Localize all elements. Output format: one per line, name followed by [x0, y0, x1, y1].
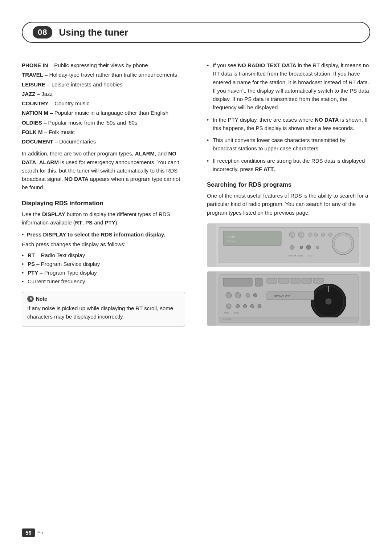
- item-oldies: OLDIES – Popular music from the '50s and…: [22, 118, 185, 127]
- svg-rect-25: [278, 278, 289, 283]
- tuner-panel-bottom: OPEN/CLOSE BAND TUNE PIONEER: [207, 272, 370, 325]
- display-item-pty: PTY – Program Type display: [22, 268, 185, 277]
- svg-rect-22: [223, 278, 252, 286]
- display-item-freq: Current tuner frequency: [22, 277, 185, 286]
- svg-text:SRC: SRC: [309, 255, 313, 257]
- svg-point-31: [246, 293, 250, 297]
- display-item-rt: RT – Radio Text display: [22, 251, 185, 260]
- svg-point-29: [226, 292, 232, 298]
- content-columns: PHONE IN – Public expressing their views…: [22, 61, 370, 330]
- item-nation-m: NATION M – Popular music in a language o…: [22, 109, 185, 117]
- chapter-header: 08 Using the tuner: [22, 22, 370, 43]
- svg-rect-27: [302, 278, 312, 283]
- alarm-text: In addition, there are two other program…: [22, 149, 185, 191]
- svg-point-32: [253, 293, 257, 297]
- svg-point-35: [243, 304, 247, 308]
- svg-point-5: [289, 232, 295, 238]
- svg-text:BAND: BAND: [224, 312, 229, 314]
- rds-note-1: If you see NO RADIO TEXT DATA in the RT …: [207, 61, 370, 112]
- each-press-text: Each press changes the display as follow…: [22, 240, 185, 248]
- item-travel: TRAVEL – Holiday-type travel rather than…: [22, 70, 185, 79]
- rds-note-3: This unit converts lower case characters…: [207, 136, 370, 153]
- item-phone-in: PHONE IN – Public expressing their views…: [22, 61, 185, 69]
- tuner-panel-top: TUNER 92.5 MHz: [207, 224, 370, 267]
- svg-point-34: [236, 304, 240, 308]
- svg-rect-26: [290, 278, 300, 283]
- right-column: If you see NO RADIO TEXT DATA in the RT …: [196, 61, 370, 330]
- chapter-title: Using the tuner: [59, 27, 128, 38]
- note-header: ✎ Note: [27, 296, 180, 302]
- svg-point-37: [258, 304, 261, 308]
- section-displaying-rds-heading: Displaying RDS information: [22, 200, 185, 207]
- svg-text:PIONEER: PIONEER: [223, 318, 232, 320]
- svg-point-6: [298, 232, 304, 238]
- section-searching-rds-heading: Searching for RDS programs: [207, 181, 370, 189]
- svg-text:DISPLAY: DISPLAY: [289, 255, 296, 257]
- note-icon: ✎: [27, 296, 34, 302]
- svg-point-16: [334, 235, 352, 252]
- svg-text:TUNER: TUNER: [227, 235, 236, 238]
- svg-point-7: [309, 233, 312, 236]
- item-country: COUNTRY – Country music: [22, 99, 185, 108]
- svg-rect-23: [255, 278, 262, 286]
- item-document: DOCUMENT – Documentaries: [22, 137, 185, 146]
- display-item-ps: PS – Program Service display: [22, 260, 185, 268]
- svg-point-10: [328, 233, 332, 236]
- rds-notes-list: If you see NO RADIO TEXT DATA in the RT …: [207, 61, 370, 173]
- item-leisure: LEISURE – Leisure interests and hobbies: [22, 80, 185, 89]
- note-text: If any noise is picked up while displayi…: [27, 304, 180, 321]
- page-container: 08 Using the tuner PHONE IN – Public exp…: [0, 0, 392, 555]
- svg-text:OPEN/CLOSE: OPEN/CLOSE: [274, 295, 291, 297]
- svg-text:MENU: MENU: [298, 255, 303, 257]
- svg-point-14: [316, 246, 319, 249]
- svg-rect-2: [223, 231, 281, 246]
- svg-point-30: [235, 292, 241, 298]
- item-jazz: JAZZ – Jazz: [22, 90, 185, 98]
- item-folk-m: FOLK M – Folk music: [22, 128, 185, 136]
- display-items-list: RT – Radio Text display PS – Program Ser…: [22, 251, 185, 286]
- svg-point-13: [306, 245, 311, 250]
- alarm-no-data-para: In addition, there are two other program…: [22, 149, 185, 191]
- rds-note-2: In the PTY display, there are cases wher…: [207, 116, 370, 133]
- note-label: Note: [36, 296, 47, 302]
- tuner-image-top: TUNER 92.5 MHz: [207, 223, 370, 267]
- svg-text:92.5 MHz: 92.5 MHz: [227, 240, 236, 242]
- press-display-instruction: • Press DISPLAY to select the RDS inform…: [22, 230, 185, 239]
- display-intro-text: Use the DISPLAY button to display the di…: [22, 210, 185, 227]
- svg-point-8: [314, 233, 318, 236]
- svg-point-9: [321, 233, 325, 236]
- svg-point-11: [290, 245, 294, 250]
- program-types-list: PHONE IN – Public expressing their views…: [22, 61, 185, 146]
- tuner-image-bottom: OPEN/CLOSE BAND TUNE PIONEER: [207, 271, 370, 326]
- svg-rect-24: [267, 278, 277, 283]
- svg-point-36: [250, 304, 254, 308]
- page-footer: 56 En: [22, 528, 43, 537]
- searching-rds-text: One of the most useful features of RDS i…: [207, 191, 370, 217]
- svg-point-33: [226, 304, 231, 309]
- page-language: En: [37, 530, 43, 535]
- note-box: ✎ Note If any noise is picked up while d…: [22, 292, 185, 327]
- svg-point-40: [326, 299, 331, 304]
- rds-note-4: If reception conditions are strong but t…: [207, 157, 370, 174]
- searching-rds-para: One of the most useful features of RDS i…: [207, 191, 370, 217]
- page-number: 56: [22, 528, 35, 537]
- svg-point-12: [300, 246, 303, 249]
- svg-rect-46: [219, 317, 358, 321]
- chapter-number: 08: [33, 26, 52, 39]
- svg-text:TUNE: TUNE: [234, 312, 239, 314]
- svg-rect-28: [313, 278, 323, 283]
- device-images: TUNER 92.5 MHz: [207, 223, 370, 326]
- displaying-rds-intro: Use the DISPLAY button to display the di…: [22, 210, 185, 227]
- left-column: PHONE IN – Public expressing their views…: [22, 61, 196, 330]
